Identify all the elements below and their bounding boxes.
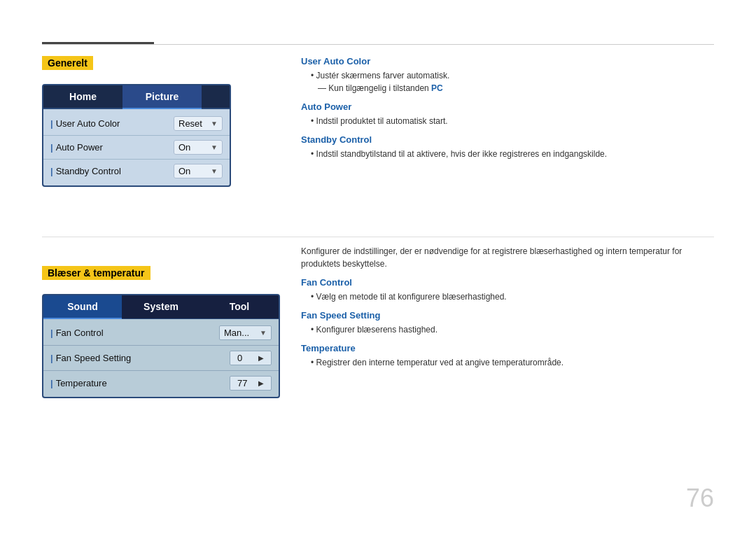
- desc-user-auto-color-heading: User Auto Color: [301, 56, 714, 66]
- table-row: Fan Speed Setting 0 ▶: [43, 346, 279, 371]
- desc-user-auto-color-sub: ― Kun tilgængelig i tilstanden PC: [318, 82, 714, 94]
- blaeser-menu-rows: Fan Control Man... ▼ Fan Speed Setting 0…: [43, 319, 279, 397]
- fan-control-label: Fan Control: [50, 328, 219, 338]
- desc-user-auto-color-bullet: Justér skærmens farver automatisk.: [311, 69, 714, 82]
- table-row: Auto Power On ▼: [43, 136, 230, 160]
- chevron-down-icon: ▼: [260, 329, 267, 337]
- desc-fan-speed-heading: Fan Speed Setting: [301, 310, 714, 321]
- tab-picture[interactable]: Picture: [122, 85, 202, 109]
- generelt-menu-panel: Home Picture User Auto Color Reset ▼ Aut…: [42, 84, 231, 187]
- blaeser-section: Blæser & temperatur Sound System Tool Fa…: [42, 266, 280, 398]
- temperature-label: Temperature: [50, 378, 230, 388]
- fan-speed-value: 0: [237, 353, 242, 363]
- standby-control-control[interactable]: On ▼: [174, 164, 223, 178]
- tab-system[interactable]: System: [122, 295, 200, 319]
- table-row: Fan Control Man... ▼: [43, 321, 279, 346]
- fan-speed-control[interactable]: 0 ▶: [230, 351, 272, 365]
- desc-auto-power-heading: Auto Power: [301, 101, 714, 112]
- desc-standby-control-bullet: Indstil standbytilstand til at aktivere,…: [311, 148, 714, 160]
- table-row: Temperature 77 ▶: [43, 371, 279, 395]
- desc-fan-speed-bullet: Konfigurer blæserens hastighed.: [311, 323, 714, 336]
- generelt-section: Generelt Home Picture User Auto Color Re…: [42, 56, 231, 187]
- arrow-right-icon: ▶: [258, 379, 264, 387]
- desc-sub-highlight: PC: [431, 83, 443, 93]
- chevron-down-icon: ▼: [211, 120, 218, 127]
- top-line-full: [42, 44, 714, 45]
- user-auto-color-label: User Auto Color: [50, 118, 174, 129]
- blaeser-menu-panel: Sound System Tool Fan Control Man... ▼ F…: [42, 294, 280, 398]
- temperature-value: 77: [237, 378, 247, 388]
- blaeser-intro-text: Konfigurer de indstillinger, der er nødv…: [301, 245, 714, 270]
- blaeser-descriptions: Konfigurer de indstillinger, der er nødv…: [301, 245, 714, 369]
- desc-standby-control-heading: Standby Control: [301, 134, 714, 145]
- table-row: Standby Control On ▼: [43, 160, 230, 183]
- auto-power-control[interactable]: On ▼: [174, 140, 223, 155]
- fan-control-value: Man...: [224, 328, 249, 338]
- desc-fan-control-bullet: Vælg en metode til at konfigurere blæser…: [311, 290, 714, 303]
- chevron-down-icon: ▼: [211, 143, 218, 151]
- generelt-heading: Generelt: [42, 56, 93, 70]
- blaeser-tabs: Sound System Tool: [43, 295, 279, 319]
- fan-speed-setting-label: Fan Speed Setting: [50, 353, 230, 363]
- arrow-right-icon: ▶: [258, 354, 264, 362]
- desc-auto-power-bullet: Indstil produktet til automatisk start.: [311, 115, 714, 127]
- standby-control-value: On: [178, 166, 190, 176]
- page-number: 76: [686, 484, 714, 513]
- tab-sound[interactable]: Sound: [43, 295, 122, 319]
- auto-power-label: Auto Power: [50, 142, 174, 153]
- generelt-tabs: Home Picture: [43, 85, 230, 109]
- auto-power-value: On: [178, 142, 190, 153]
- section-divider: [42, 237, 714, 237]
- user-auto-color-value: Reset: [178, 118, 202, 129]
- user-auto-color-control[interactable]: Reset ▼: [174, 116, 223, 131]
- generelt-menu-rows: User Auto Color Reset ▼ Auto Power On ▼ …: [43, 109, 230, 185]
- fan-control-control[interactable]: Man... ▼: [219, 325, 272, 340]
- desc-temperature-bullet: Registrer den interne temperatur ved at …: [311, 356, 714, 369]
- tab-tool[interactable]: Tool: [200, 295, 279, 319]
- tab-home[interactable]: Home: [43, 85, 122, 109]
- blaeser-heading: Blæser & temperatur: [42, 266, 150, 280]
- desc-temperature-heading: Temperature: [301, 343, 714, 353]
- chevron-down-icon: ▼: [211, 167, 218, 175]
- desc-sub-text: ― Kun tilgængelig i tilstanden: [318, 83, 431, 93]
- standby-control-label: Standby Control: [50, 166, 174, 176]
- desc-fan-control-heading: Fan Control: [301, 277, 714, 288]
- table-row: User Auto Color Reset ▼: [43, 112, 230, 136]
- generelt-descriptions: User Auto Color Justér skærmens farver a…: [301, 56, 714, 160]
- temperature-control[interactable]: 77 ▶: [230, 376, 272, 391]
